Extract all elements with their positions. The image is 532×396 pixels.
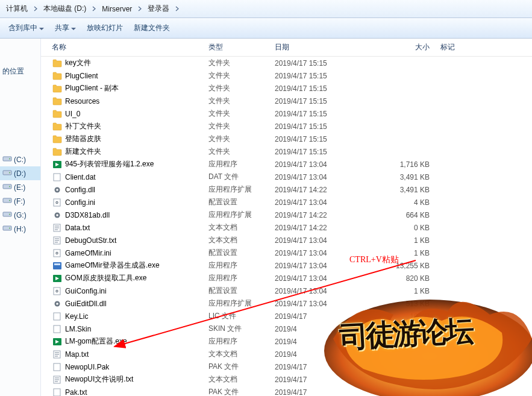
file-row[interactable]: Map.txt文本文档2019/4 (41, 348, 532, 360)
file-row[interactable]: Data.txt文本文档2019/4/17 14:220 KB (41, 221, 532, 234)
file-row[interactable]: 新建文件夹文件夹2019/4/17 15:15 (41, 145, 532, 158)
drive-label: (G:) (14, 211, 27, 219)
col-size[interactable]: 大小 (389, 42, 440, 52)
file-row[interactable]: Config.ini配置设置2019/4/17 13:044 KB (41, 196, 532, 209)
file-icon (52, 312, 63, 321)
breadcrumb-sep-icon[interactable] (136, 2, 144, 16)
file-row[interactable]: 945-列表管理服务端1.2.exe应用程序2019/4/17 13:041,7… (41, 158, 532, 171)
file-size: 1 KB (389, 236, 440, 245)
file-type: 文件夹 (208, 108, 275, 119)
new-folder-button[interactable]: 新建文件夹 (129, 20, 175, 36)
file-row[interactable]: PlugClient文件夹2019/4/17 15:15 (41, 69, 532, 82)
file-name: 945-列表管理服务端1.2.exe (65, 159, 208, 169)
sidebar: 的位置 (C:)(D:)(E:)(F:)(G:)(H:) (0, 39, 41, 396)
file-row[interactable]: NewopUI文件说明.txt文本文档2019/4/17 (41, 373, 532, 386)
file-date: 2019/4/17 14:22 (275, 224, 389, 232)
include-library-button[interactable]: 含到库中 (4, 20, 49, 36)
file-name: GameOfMir登录器生成器.exe (65, 260, 208, 271)
svg-point-31 (57, 253, 58, 254)
drive-icon (2, 196, 12, 206)
file-date: 2019/4/17 13:04 (275, 236, 389, 245)
file-name: Pak.txt (65, 388, 208, 397)
file-date: 2019/4 (275, 325, 389, 333)
svg-point-37 (57, 291, 58, 292)
sidebar-drive[interactable]: (H:) (0, 222, 40, 236)
file-row[interactable]: GOM原皮肤提取工具.exe应用程序2019/4/17 13:04820 KB (41, 272, 532, 284)
file-type: 应用程序 (208, 273, 275, 283)
file-date: 2019/4/17 15:15 (275, 84, 389, 93)
file-size: 1,716 KB (389, 160, 440, 169)
sidebar-drive[interactable]: (D:) (0, 166, 40, 180)
sidebar-drive[interactable]: (C:) (0, 152, 40, 166)
file-type: 应用程序扩展 (208, 184, 275, 195)
file-row[interactable]: UI_0文件夹2019/4/17 15:15 (41, 107, 532, 120)
file-name: Resources (65, 97, 208, 105)
file-type: 应用程序 (208, 260, 275, 271)
col-type[interactable]: 类型 (208, 42, 275, 52)
col-tag[interactable]: 标记 (440, 42, 477, 52)
file-type: 应用程序扩展 (208, 298, 275, 309)
svg-point-3 (9, 172, 10, 174)
file-name: key文件 (65, 58, 208, 68)
svg-point-20 (56, 214, 58, 216)
file-row[interactable]: PlugClient - 副本文件夹2019/4/17 15:15 (41, 82, 532, 95)
file-row[interactable]: Resources文件夹2019/4/17 15:15 (41, 95, 532, 107)
breadcrumb[interactable]: Mirserver (98, 2, 136, 16)
file-row[interactable]: Pak.txtPAK 文件2019/4/17 (41, 386, 532, 396)
file-date: 2019/4/17 13:04 (275, 173, 389, 181)
sidebar-drive[interactable]: (G:) (0, 208, 40, 222)
slideshow-button[interactable]: 放映幻灯片 (82, 20, 128, 36)
file-date: 2019/4/17 14:22 (275, 186, 389, 194)
file-row[interactable]: DebugOutStr.txt文本文档2019/4/17 13:041 KB (41, 234, 532, 247)
file-row[interactable]: GuiEditDll.dll应用程序扩展2019/4/17 13:04513 K… (41, 297, 532, 310)
file-row[interactable]: NewopUI.PakPAK 文件2019/4/17 (41, 360, 532, 373)
file-row[interactable]: 补丁文件夹文件夹2019/4/17 15:15 (41, 120, 532, 133)
file-icon (52, 362, 63, 372)
file-row[interactable]: Config.dll应用程序扩展2019/4/17 14:223,491 KB (41, 183, 532, 196)
file-row[interactable]: D3DX81ab.dll应用程序扩展2019/4/17 14:22664 KB (41, 209, 532, 221)
file-name: Config.dll (65, 186, 208, 194)
col-date[interactable]: 日期 (275, 42, 389, 52)
breadcrumb[interactable]: 本地磁盘 (D:) (40, 2, 90, 16)
col-name[interactable]: 名称 (52, 42, 208, 52)
file-row[interactable]: Key.LicLIC 文件2019/4/1710 KB (41, 310, 532, 322)
file-name: GuiConfig.ini (65, 287, 208, 295)
breadcrumb[interactable]: 登录器 (144, 2, 173, 16)
share-button[interactable]: 共享 (50, 20, 81, 36)
file-size: 3,491 KB (389, 186, 440, 194)
breadcrumb-sep-icon[interactable] (90, 2, 98, 16)
breadcrumb[interactable]: 计算机 (2, 2, 31, 16)
breadcrumb-sep-icon[interactable] (173, 2, 181, 16)
folder-icon (52, 84, 63, 93)
file-type: PAK 文件 (208, 362, 275, 372)
gear-icon (52, 185, 63, 195)
folder-icon (52, 122, 63, 131)
file-name: GameOfMir.ini (65, 249, 208, 257)
file-name: PlugClient - 副本 (65, 83, 208, 93)
file-type: 文件夹 (208, 134, 275, 144)
file-name: Client.dat (65, 173, 208, 181)
svg-point-11 (9, 228, 10, 229)
file-row[interactable]: 登陆器皮肤文件夹2019/4/17 15:15 (41, 133, 532, 145)
folder-icon (52, 109, 63, 119)
file-row[interactable]: key文件文件夹2019/4/17 15:15 (41, 57, 532, 69)
file-row[interactable]: GuiConfig.ini配置设置2019/4/17 13:041 KB (41, 284, 532, 297)
file-row[interactable]: GameOfMir登录器生成器.exe应用程序2019/4/17 13:0413… (41, 259, 532, 272)
file-row[interactable]: LM.SkinSKIN 文件2019/4 (41, 322, 532, 335)
txt-icon (52, 236, 63, 245)
file-name: PlugClient (65, 72, 208, 80)
sidebar-position-label: 的位置 (0, 63, 40, 80)
file-type: 文本文档 (208, 235, 275, 245)
file-row[interactable]: LM-gom配置器.exe应用程序2019/4 (41, 335, 532, 348)
new-folder-label: 新建文件夹 (134, 23, 170, 33)
breadcrumb-sep-icon[interactable] (31, 2, 40, 16)
sidebar-drive[interactable]: (F:) (0, 194, 40, 208)
exe-app-icon (52, 261, 63, 271)
gear-icon (52, 210, 63, 220)
file-row[interactable]: GameOfMir.ini配置设置2019/4/17 13:041 KB (41, 247, 532, 259)
drive-icon (2, 224, 12, 234)
sidebar-drive[interactable]: (E:) (0, 180, 40, 194)
file-type: 配置设置 (208, 286, 275, 296)
file-date: 2019/4/17 13:04 (275, 300, 389, 308)
file-row[interactable]: Client.datDAT 文件2019/4/17 13:043,491 KB (41, 171, 532, 183)
